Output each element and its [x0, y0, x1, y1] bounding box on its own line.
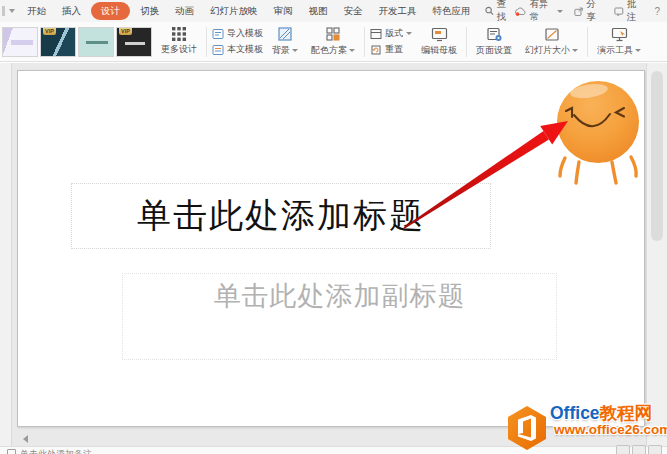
office-logo-icon [504, 404, 550, 452]
site-url: www.office26.com [554, 422, 667, 437]
wps-presentation-window: 开始 插入 设计 切换 动画 幻灯片放映 审阅 视图 安全 开发工具 特色应用 … [0, 0, 667, 454]
slide-panel-collapsed[interactable] [0, 63, 12, 446]
reset-label: 重置 [385, 43, 403, 56]
background-icon [277, 26, 293, 42]
presentation-tools-label: 演示工具 [597, 44, 633, 57]
page-setup-icon [486, 27, 503, 42]
menu-tabs: 开始 插入 设计 切换 动画 幻灯片放映 审阅 视图 安全 开发工具 特色应用 [19, 2, 479, 21]
vertical-scrollbar[interactable] [646, 63, 667, 446]
page-setup-button[interactable]: 页面设置 [472, 26, 516, 58]
toolbar-separator [466, 27, 467, 57]
comment-button[interactable]: 批注 [614, 0, 643, 24]
more-designs-button[interactable]: 更多设计 [157, 26, 201, 57]
comment-label: 批注 [627, 0, 644, 24]
tab-insert[interactable]: 插入 [54, 2, 89, 21]
chevron-down-icon [406, 32, 412, 35]
toolbar-separator [587, 27, 588, 57]
layout-reset-buttons: 版式 重置 [370, 27, 412, 56]
import-template-label: 导入模板 [227, 27, 263, 40]
chevron-down-icon [292, 49, 298, 52]
editing-workspace: 单击此处添加标题 单击此处添加副标题 [0, 63, 667, 446]
background-label: 背景 [272, 44, 290, 57]
page-setup-label: 页面设置 [476, 44, 512, 57]
presentation-tools-button[interactable]: 演示工具 [593, 26, 645, 58]
share-icon [574, 6, 584, 17]
tab-animation[interactable]: 动画 [167, 2, 202, 21]
tab-devtools[interactable]: 开发工具 [371, 2, 425, 21]
template-thumb-3[interactable] [78, 27, 114, 57]
slide-shapes-overlay [18, 71, 646, 428]
orange-character-shape[interactable] [557, 81, 639, 183]
template-buttons: 导入模板 本文模板 [212, 27, 263, 56]
tab-view[interactable]: 视图 [301, 2, 336, 21]
chevron-down-icon [635, 49, 641, 52]
tab-slideshow[interactable]: 幻灯片放映 [202, 2, 266, 21]
vip-badge: VIP [119, 28, 132, 35]
reset-button[interactable]: 重置 [370, 43, 412, 56]
quick-access-icon [2, 6, 5, 16]
text-template-icon [212, 44, 224, 56]
search-icon [485, 6, 494, 16]
import-template-icon [212, 28, 224, 40]
layout-button[interactable]: 版式 [370, 27, 412, 40]
more-designs-label: 更多设计 [161, 43, 197, 56]
tab-review[interactable]: 审阅 [266, 2, 301, 21]
share-button[interactable]: 分享 [574, 0, 603, 24]
slide-size-button[interactable]: 幻灯片大小 [521, 26, 582, 58]
toolbar-separator [364, 27, 365, 57]
tab-featured-apps[interactable]: 特色应用 [425, 2, 479, 21]
sync-status-label: 有异常 [530, 0, 554, 24]
red-arrow-shape[interactable] [404, 121, 569, 229]
import-template-button[interactable]: 导入模板 [212, 27, 263, 40]
edit-master-button[interactable]: 编辑母板 [417, 26, 461, 58]
comment-icon [614, 6, 624, 17]
template-thumb-4[interactable]: VIP [116, 27, 152, 57]
notes-collapse-button[interactable] [23, 435, 28, 443]
color-scheme-label: 配色方案 [311, 44, 347, 57]
presentation-tools-icon [611, 27, 628, 42]
template-gallery: VIP VIP [2, 27, 152, 57]
notes-icon [7, 449, 16, 454]
scrollbar-thumb[interactable] [651, 71, 663, 241]
vip-badge: VIP [43, 28, 56, 35]
cloud-sync-status[interactable]: 有异常 [514, 0, 563, 24]
text-template-button[interactable]: 本文模板 [212, 43, 263, 56]
template-thumb-2[interactable]: VIP [40, 27, 76, 57]
design-ribbon: VIP VIP 更多设计 [0, 22, 667, 62]
chevron-down-icon [557, 10, 563, 13]
toolbar-separator [206, 27, 207, 57]
chevron-down-icon [349, 49, 355, 52]
cloud-icon [514, 6, 527, 17]
edit-master-label: 编辑母板 [421, 44, 457, 57]
menu-bar: 开始 插入 设计 切换 动画 幻灯片放映 审阅 视图 安全 开发工具 特色应用 … [0, 0, 667, 22]
quick-access-toolbar[interactable] [0, 6, 19, 16]
color-scheme-button[interactable]: 配色方案 [307, 25, 359, 58]
menubar-right-group: 有异常 分享 批注 ? [514, 0, 667, 24]
chevron-down-icon[interactable] [9, 9, 15, 13]
alert-dot-icon [516, 12, 520, 16]
edit-master-icon [431, 27, 448, 42]
site-watermark: Office教程网 www.office26.com [504, 402, 667, 452]
layout-icon [370, 28, 382, 40]
find-button[interactable]: 查找 [485, 0, 514, 24]
chevron-down-icon [572, 49, 578, 52]
brand-name-cn: 教程网 [600, 403, 653, 423]
find-label: 查找 [497, 0, 514, 24]
grid-icon [172, 27, 186, 41]
slide-size-icon [544, 27, 560, 42]
color-scheme-icon [325, 26, 341, 42]
notes-placeholder-text: 单击此处添加备注 [20, 448, 92, 454]
template-thumb-1[interactable] [2, 27, 38, 57]
tab-design[interactable]: 设计 [91, 2, 130, 20]
share-label: 分享 [587, 0, 604, 24]
help-button[interactable]: ? [654, 6, 660, 17]
brand-name-en: Office [550, 403, 600, 423]
slide-canvas[interactable]: 单击此处添加标题 单击此处添加副标题 [17, 70, 645, 427]
text-template-label: 本文模板 [227, 43, 263, 56]
background-button[interactable]: 背景 [268, 25, 302, 58]
slide-size-label: 幻灯片大小 [525, 44, 570, 57]
tab-transition[interactable]: 切换 [132, 2, 167, 21]
tab-home[interactable]: 开始 [19, 2, 54, 21]
layout-label: 版式 [385, 27, 403, 40]
tab-security[interactable]: 安全 [336, 2, 371, 21]
